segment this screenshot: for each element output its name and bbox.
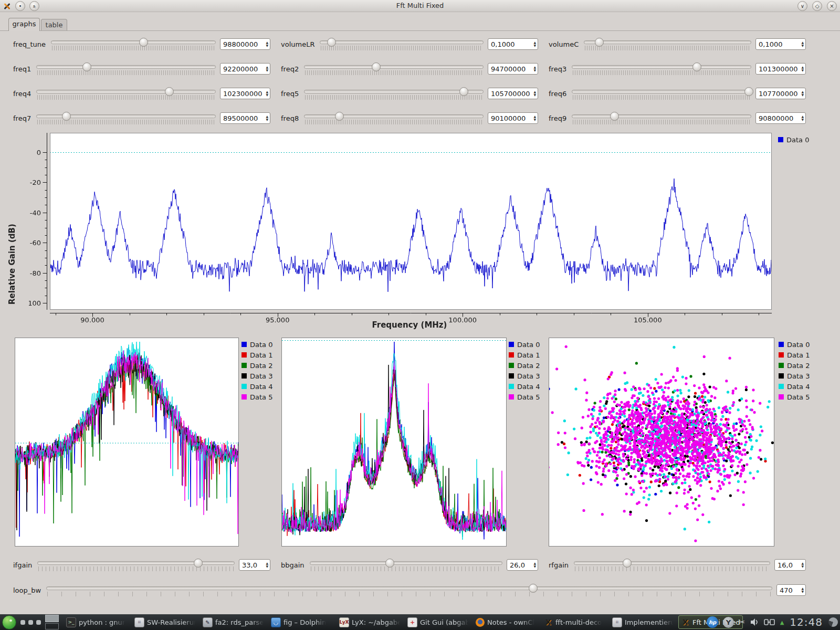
spin-down-icon[interactable]: ▼ [801, 93, 804, 97]
spinbox-arrows[interactable]: ▲▼ [266, 41, 268, 47]
freq_tune-slider[interactable] [51, 37, 216, 51]
taskbar-task-4[interactable]: LyXLyX: ~/abgabe [337, 616, 402, 628]
volumeLR-spinbox[interactable]: 0,1000▲▼ [488, 38, 538, 50]
freq9-spinbox[interactable]: 90800000▲▼ [755, 112, 806, 124]
spin-down-icon[interactable]: ▼ [801, 69, 804, 72]
freq7-slider[interactable] [36, 111, 216, 125]
tab-table[interactable]: table [41, 19, 67, 31]
volumeLR-slider[interactable] [320, 37, 484, 51]
freq3-spinbox[interactable]: 101300000▲▼ [755, 63, 806, 75]
spinbox-arrows[interactable]: ▲▼ [801, 562, 804, 568]
slider-handle[interactable] [692, 62, 701, 71]
slider-handle[interactable] [82, 62, 91, 71]
spinbox-arrows[interactable]: ▲▼ [266, 562, 268, 568]
taskbar-task-8[interactable]: ⌗Implementieru [610, 616, 675, 628]
freq5-slider[interactable] [304, 86, 484, 101]
spinbox-arrows[interactable]: ▲▼ [533, 41, 536, 47]
spinbox-arrows[interactable]: ▲▼ [533, 115, 536, 121]
slider-handle[interactable] [165, 87, 174, 96]
spin-down-icon[interactable]: ▼ [801, 118, 804, 121]
spinbox-arrows[interactable]: ▲▼ [801, 41, 804, 47]
spinbox-arrows[interactable]: ▲▼ [266, 115, 268, 121]
freq2-slider[interactable] [304, 61, 484, 76]
slider-handle[interactable] [385, 559, 394, 568]
freq1-spinbox[interactable]: 92200000▲▼ [220, 63, 270, 75]
pager-desktop-2[interactable] [45, 623, 59, 629]
spin-down-icon[interactable]: ▼ [266, 44, 268, 47]
spinbox-arrows[interactable]: ▲▼ [266, 90, 268, 97]
spinbox-arrows[interactable]: ▲▼ [801, 587, 804, 593]
volume-icon[interactable] [750, 618, 759, 626]
ifgain-slider[interactable] [37, 558, 235, 572]
spin-down-icon[interactable]: ▼ [533, 44, 536, 47]
freq1-slider[interactable] [36, 61, 216, 76]
bbgain-spinbox[interactable]: 26,0▲▼ [507, 559, 538, 571]
taskbar-task-6[interactable]: Notes - ownCl [474, 616, 539, 628]
spin-down-icon[interactable]: ▼ [533, 118, 536, 121]
spinbox-arrows[interactable]: ▲▼ [533, 66, 536, 72]
volumeC-slider[interactable] [584, 37, 751, 51]
slider-handle[interactable] [744, 87, 753, 96]
notifier-moon-icon[interactable] [828, 617, 838, 627]
yast-icon[interactable]: Y [723, 617, 734, 628]
spinbox-arrows[interactable]: ▲▼ [533, 562, 536, 568]
spin-down-icon[interactable]: ▼ [266, 69, 268, 72]
spin-down-icon[interactable]: ▼ [266, 93, 268, 97]
freq6-spinbox[interactable]: 107700000▲▼ [755, 88, 806, 99]
klipper-scissors-icon[interactable]: ✂ [739, 618, 746, 626]
spin-down-icon[interactable]: ▼ [266, 118, 268, 121]
spinbox-arrows[interactable]: ▲▼ [266, 66, 268, 72]
spinbox-arrows[interactable]: ▲▼ [801, 115, 804, 121]
freq8-spinbox[interactable]: 90100000▲▼ [488, 112, 538, 124]
spinbox-arrows[interactable]: ▲▼ [801, 66, 804, 72]
slider-handle[interactable] [529, 584, 538, 593]
freq7-spinbox[interactable]: 89500000▲▼ [220, 112, 270, 124]
spin-down-icon[interactable]: ▼ [533, 69, 536, 72]
slider-handle[interactable] [139, 38, 148, 47]
freq3-slider[interactable] [572, 61, 751, 76]
maximize-button[interactable]: ◇ [812, 1, 822, 11]
minimize-button[interactable]: ∨ [797, 1, 807, 11]
bbgain-slider[interactable] [310, 558, 502, 572]
freq9-slider[interactable] [572, 111, 751, 125]
slider-handle[interactable] [62, 112, 71, 121]
spin-down-icon[interactable]: ▼ [801, 590, 804, 593]
taskbar-task-0[interactable]: >_python : gnur [64, 616, 129, 628]
taskbar-task-1[interactable]: ⌗SW-Realisierun [132, 616, 197, 628]
spin-down-icon[interactable]: ▼ [533, 93, 536, 97]
taskbar-task-3[interactable]: ◡fig – Dolphin [269, 616, 334, 628]
taskbar-clock[interactable]: 12:48 [790, 616, 823, 628]
freq5-spinbox[interactable]: 105700000▲▼ [488, 88, 538, 99]
taskbar-task-2[interactable]: ✎fa2: rds_parse [201, 616, 266, 628]
launcher-button[interactable] [2, 615, 16, 629]
spin-down-icon[interactable]: ▼ [801, 565, 804, 568]
loop_bw-spinbox[interactable]: 470▲▼ [776, 584, 806, 596]
volumeC-spinbox[interactable]: 0,1000▲▼ [755, 38, 806, 50]
hp-logo-icon[interactable]: hp [707, 616, 718, 628]
spin-down-icon[interactable]: ▼ [533, 565, 536, 568]
slider-handle[interactable] [372, 62, 381, 71]
slider-handle[interactable] [335, 112, 344, 121]
freq4-spinbox[interactable]: 102300000▲▼ [220, 88, 270, 99]
freq2-spinbox[interactable]: 94700000▲▼ [488, 63, 538, 75]
taskbar-task-5[interactable]: +Git Gui (abgab [405, 616, 470, 628]
battery-icon[interactable] [764, 618, 775, 626]
desktop-pager[interactable] [45, 615, 59, 629]
close-button[interactable]: × [827, 1, 837, 11]
freq8-slider[interactable] [304, 111, 484, 125]
rfgain-spinbox[interactable]: 16,0▲▼ [774, 559, 806, 571]
freq6-slider[interactable] [572, 86, 751, 101]
spinbox-arrows[interactable]: ▲▼ [801, 90, 804, 97]
freq_tune-spinbox[interactable]: 98800000▲▼ [220, 38, 270, 50]
updates-arrow-icon[interactable]: ▲ [780, 620, 784, 625]
loop_bw-slider[interactable] [46, 583, 772, 597]
freq4-slider[interactable] [36, 86, 216, 101]
spin-down-icon[interactable]: ▼ [266, 565, 268, 568]
pager-desktop-1[interactable] [45, 615, 59, 622]
rfgain-slider[interactable] [574, 558, 770, 572]
tab-graphs[interactable]: graphs [8, 18, 40, 31]
spin-down-icon[interactable]: ▼ [801, 44, 804, 47]
spinbox-arrows[interactable]: ▲▼ [533, 90, 536, 97]
slider-handle[interactable] [623, 559, 632, 568]
taskbar-task-7[interactable]: Xfft-multi-deco [542, 616, 607, 628]
